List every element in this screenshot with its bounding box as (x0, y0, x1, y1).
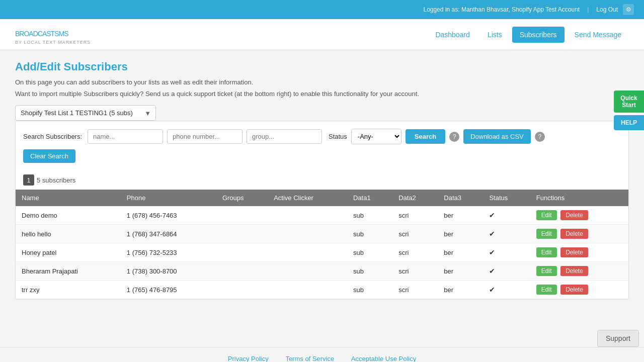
table-header-row: Name Phone Groups Active Clicker Data1 D… (16, 190, 628, 206)
cell-active-clicker (268, 206, 347, 225)
cell-active-clicker (268, 262, 347, 281)
page-title: Add/Edit Subscribers (15, 60, 629, 73)
list-select[interactable]: Shopify Test List 1 TESTING1 (5 subs) (15, 105, 156, 121)
download-csv-button[interactable]: Download as CSV (463, 129, 531, 144)
col-functions: Functions (530, 190, 628, 206)
cell-groups (216, 281, 268, 299)
table-body: Demo demo 1 (678) 456-7463 sub scri ber … (16, 206, 628, 299)
search-name-input[interactable] (88, 129, 163, 144)
cell-data1: sub (347, 262, 392, 281)
subscriber-count: 5 subscribers (37, 176, 75, 184)
nav-send-message[interactable]: Send Message (567, 27, 629, 43)
subscribers-table: Name Phone Groups Active Clicker Data1 D… (16, 190, 628, 299)
col-data1: Data1 (347, 190, 392, 206)
main-header: BROADCASTSMS BY LOCAL TEXT MARKETERS Das… (0, 19, 644, 50)
col-name: Name (16, 190, 121, 206)
status-select[interactable]: -Any- Active Inactive (351, 129, 401, 144)
cell-data2: scri (392, 243, 438, 262)
cell-name: trr zxy (16, 281, 121, 299)
col-status: Status (483, 190, 530, 206)
cell-functions: Edit Delete (530, 225, 628, 243)
delete-button[interactable]: Delete (560, 266, 588, 276)
pagination-row: 1 5 subscribers (16, 170, 628, 190)
quick-start-button[interactable]: Quick Start (614, 90, 644, 113)
table-row: trr zxy 1 (765) 476-8795 sub scri ber ✔ … (16, 281, 628, 299)
search-help-icon[interactable]: ? (449, 132, 459, 142)
cell-status: ✔ (483, 243, 530, 262)
delete-button[interactable]: Delete (560, 285, 588, 295)
cell-data2: scri (392, 225, 438, 243)
download-help-icon[interactable]: ? (535, 132, 545, 142)
acceptable-use-link[interactable]: Acceptable Use Policy (351, 355, 416, 362)
nav-lists[interactable]: Lists (480, 27, 510, 43)
cell-active-clicker (268, 243, 347, 262)
search-label: Search Subscribers: (23, 133, 84, 140)
delete-button[interactable]: Delete (560, 210, 588, 220)
cell-data1: sub (347, 243, 392, 262)
search-area: Search Subscribers: Status -Any- Active … (16, 121, 628, 170)
table-row: Honey patel 1 (756) 732-5233 sub scri be… (16, 243, 628, 262)
cell-active-clicker (268, 281, 347, 299)
cell-data1: sub (347, 281, 392, 299)
logo-title: BROADCASTSMS (15, 24, 91, 40)
delete-button[interactable]: Delete (560, 247, 588, 257)
edit-button[interactable]: Edit (536, 266, 557, 276)
cell-phone: 1 (765) 476-8795 (121, 281, 216, 299)
separator: | (587, 6, 589, 13)
cell-name: Demo demo (16, 206, 121, 225)
help-button[interactable]: HELP (614, 115, 644, 130)
terms-link[interactable]: Terms of Service (285, 355, 334, 362)
support-button[interactable]: Support (597, 330, 639, 347)
table-header: Name Phone Groups Active Clicker Data1 D… (16, 190, 628, 206)
logged-in-text: Logged in as: Manthan Bhavsar, Shopify A… (424, 6, 580, 13)
nav-dashboard[interactable]: Dashboard (428, 27, 477, 43)
edit-button[interactable]: Edit (536, 210, 557, 220)
cell-name: Bheraram Prajapati (16, 262, 121, 281)
cell-groups (216, 225, 268, 243)
cell-status: ✔ (483, 206, 530, 225)
main-nav: Dashboard Lists Subscribers Send Message (428, 27, 629, 43)
cell-data1: sub (347, 206, 392, 225)
table-row: Demo demo 1 (678) 456-7463 sub scri ber … (16, 206, 628, 225)
cell-phone: 1 (738) 300-8700 (121, 262, 216, 281)
search-group-input[interactable] (247, 129, 322, 144)
clear-search-button[interactable]: Clear Search (23, 149, 75, 163)
clear-search-row: Clear Search (23, 149, 621, 163)
delete-button[interactable]: Delete (560, 229, 588, 239)
privacy-link[interactable]: Privacy Policy (228, 355, 269, 362)
list-selector-container: Shopify Test List 1 TESTING1 (5 subs) ▼ (15, 105, 629, 121)
nav-subscribers[interactable]: Subscribers (512, 27, 565, 43)
col-data2: Data2 (392, 190, 438, 206)
page-number[interactable]: 1 (23, 174, 34, 186)
logout-link[interactable]: Log Out (596, 6, 618, 13)
col-phone: Phone (121, 190, 216, 206)
cell-groups (216, 206, 268, 225)
cell-functions: Edit Delete (530, 262, 628, 281)
edit-button[interactable]: Edit (536, 229, 557, 239)
cell-groups (216, 262, 268, 281)
search-button[interactable]: Search (406, 129, 445, 144)
cell-status: ✔ (483, 262, 530, 281)
status-label: Status (329, 133, 347, 140)
gear-icon[interactable]: ⚙ (623, 4, 634, 15)
cell-phone: 1 (678) 456-7463 (121, 206, 216, 225)
table-row: hello hello 1 (768) 347-6864 sub scri be… (16, 225, 628, 243)
edit-button[interactable]: Edit (536, 285, 557, 295)
cell-functions: Edit Delete (530, 243, 628, 262)
cell-data3: ber (438, 243, 483, 262)
top-bar: Logged in as: Manthan Bhavsar, Shopify A… (0, 0, 644, 19)
cell-functions: Edit Delete (530, 281, 628, 299)
search-phone-input[interactable] (167, 129, 243, 144)
logo-subtitle: BY LOCAL TEXT MARKETERS (15, 40, 91, 45)
cell-data2: scri (392, 262, 438, 281)
cell-data2: scri (392, 281, 438, 299)
table-scroll-container[interactable]: Name Phone Groups Active Clicker Data1 D… (16, 190, 628, 299)
cell-active-clicker (268, 225, 347, 243)
col-groups: Groups (216, 190, 268, 206)
cell-status: ✔ (483, 225, 530, 243)
inner-panel: Search Subscribers: Status -Any- Active … (15, 121, 629, 300)
edit-button[interactable]: Edit (536, 247, 557, 257)
cell-name: Honey patel (16, 243, 121, 262)
cell-data3: ber (438, 262, 483, 281)
cell-groups (216, 243, 268, 262)
